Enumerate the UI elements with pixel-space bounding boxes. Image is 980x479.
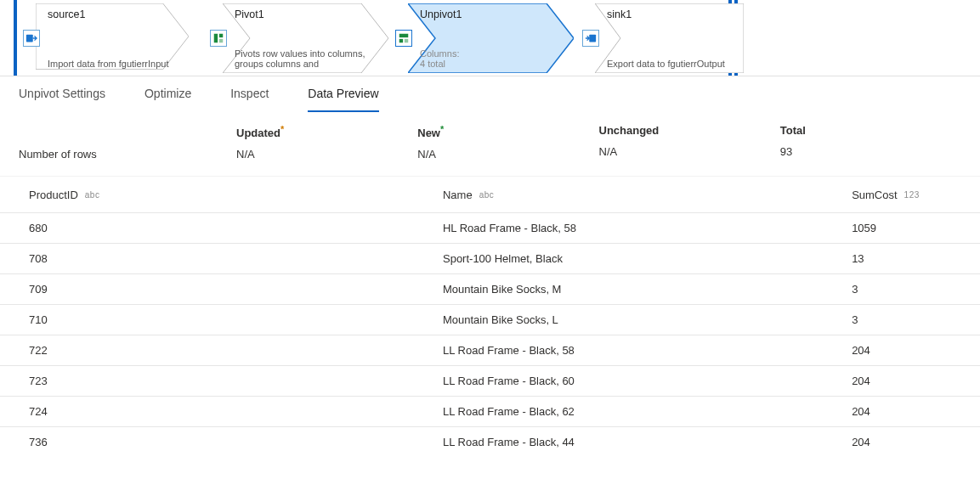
table-header-row: ProductID abc Name abc SumCost 123	[0, 177, 980, 212]
node-desc: Pivots row values into columns, groups c…	[235, 48, 380, 70]
cell-name: Mountain Bike Socks, L	[443, 313, 852, 326]
asterisk-icon: *	[280, 124, 284, 134]
type-badge: abc	[85, 190, 100, 200]
node-title: sink1	[607, 8, 632, 20]
cell-sumcost: 13	[852, 252, 951, 265]
tab-unpivot-settings[interactable]: Unpivot Settings	[19, 87, 105, 112]
column-header-name[interactable]: Name abc	[443, 189, 852, 201]
table-row[interactable]: 724 LL Road Frame - Black, 62 204	[0, 396, 980, 426]
table-row[interactable]: 708 Sport-100 Helmet, Black 13	[0, 243, 980, 273]
stats-value-new: N/A	[417, 148, 598, 161]
table-row[interactable]: 709 Mountain Bike Socks, M 3	[0, 273, 980, 304]
dataflow-canvas[interactable]: source1 Import data from fgutierrInput P…	[0, 0, 980, 76]
cell-sumcost: 204	[852, 344, 951, 357]
cell-sumcost: 3	[852, 313, 951, 326]
source-icon	[23, 30, 40, 47]
cell-productid: 736	[29, 436, 443, 448]
table-row[interactable]: 722 LL Road Frame - Black, 58 204	[0, 335, 980, 365]
cell-name: Sport-100 Helmet, Black	[443, 252, 852, 265]
canvas-rail-left	[14, 0, 17, 76]
stats-header-updated: Updated*	[236, 124, 417, 139]
pivot-icon	[210, 30, 227, 47]
column-header-productid[interactable]: ProductID abc	[29, 189, 443, 201]
svg-rect-3	[214, 34, 218, 43]
flow-node-pivot1[interactable]: Pivot1 Pivots row values into columns, g…	[223, 3, 388, 73]
stats-col-updated: Updated* N/A	[236, 124, 417, 161]
svg-rect-1	[26, 35, 33, 42]
cell-productid: 724	[29, 405, 443, 418]
sink-icon	[582, 30, 599, 47]
cell-productid: 723	[29, 375, 443, 387]
cell-productid: 709	[29, 283, 443, 296]
node-title: source1	[48, 8, 85, 20]
cell-sumcost: 204	[852, 436, 951, 448]
preview-table: ProductID abc Name abc SumCost 123 680 H…	[0, 177, 980, 457]
table-row[interactable]: 736 LL Road Frame - Black, 44 204	[0, 426, 980, 457]
cell-name: LL Road Frame - Black, 44	[443, 436, 852, 448]
stats-row-label: Number of rows	[19, 124, 236, 161]
node-desc: Import data from fgutierrInput	[48, 59, 180, 70]
svg-rect-9	[405, 39, 408, 42]
cell-sumcost: 204	[852, 405, 951, 418]
stats-header-unchanged: Unchanged	[599, 124, 780, 137]
cell-productid: 722	[29, 344, 443, 357]
stats-value-total: 93	[780, 145, 961, 158]
stats-header-new: New*	[417, 124, 598, 139]
svg-rect-8	[399, 39, 403, 42]
node-desc: Export data to fgutierrOutput	[607, 59, 735, 70]
tab-inspect[interactable]: Inspect	[230, 87, 269, 112]
flow-node-sink1[interactable]: sink1 Export data to fgutierrOutput	[595, 3, 744, 73]
node-title: Pivot1	[235, 8, 264, 20]
node-desc: Columns: 4 total	[420, 48, 565, 70]
tab-optimize[interactable]: Optimize	[144, 87, 191, 112]
cell-name: Mountain Bike Socks, M	[443, 283, 852, 296]
stats-value-updated: N/A	[236, 148, 417, 161]
stats-header-total: Total	[780, 124, 961, 137]
cell-name: LL Road Frame - Black, 58	[443, 344, 852, 357]
svg-rect-4	[219, 34, 223, 37]
cell-sumcost: 204	[852, 375, 951, 387]
table-row[interactable]: 680 HL Road Frame - Black, 58 1059	[0, 212, 980, 243]
cell-name: LL Road Frame - Black, 60	[443, 375, 852, 387]
stats-value-unchanged: N/A	[599, 145, 780, 158]
unpivot-icon	[395, 30, 412, 47]
type-badge: 123	[904, 190, 920, 200]
svg-rect-5	[219, 39, 223, 42]
cell-sumcost: 1059	[852, 222, 951, 234]
stats-col-new: New* N/A	[417, 124, 598, 161]
cell-productid: 708	[29, 252, 443, 265]
column-header-sumcost[interactable]: SumCost 123	[852, 189, 951, 201]
stats-col-total: Total 93	[780, 124, 961, 161]
preview-stats: Number of rows Updated* N/A New* N/A Unc…	[0, 112, 980, 177]
cell-sumcost: 3	[852, 283, 951, 296]
flow-node-source1[interactable]: source1 Import data from fgutierrInput	[36, 3, 189, 73]
cell-name: HL Road Frame - Black, 58	[443, 222, 852, 234]
cell-productid: 710	[29, 313, 443, 326]
table-row[interactable]: 710 Mountain Bike Socks, L 3	[0, 304, 980, 335]
cell-name: LL Road Frame - Black, 62	[443, 405, 852, 418]
tab-data-preview[interactable]: Data Preview	[308, 87, 378, 112]
cell-productid: 680	[29, 222, 443, 234]
svg-rect-11	[589, 35, 596, 42]
asterisk-icon: *	[440, 124, 444, 134]
svg-rect-7	[399, 34, 409, 37]
panel-tabs: Unpivot Settings Optimize Inspect Data P…	[0, 76, 980, 112]
stats-col-unchanged: Unchanged N/A	[599, 124, 780, 161]
type-badge: abc	[479, 190, 495, 200]
flow-node-unpivot1[interactable]: Unpivot1 Columns: 4 total	[408, 3, 574, 73]
node-title: Unpivot1	[420, 8, 462, 20]
table-row[interactable]: 723 LL Road Frame - Black, 60 204	[0, 365, 980, 396]
